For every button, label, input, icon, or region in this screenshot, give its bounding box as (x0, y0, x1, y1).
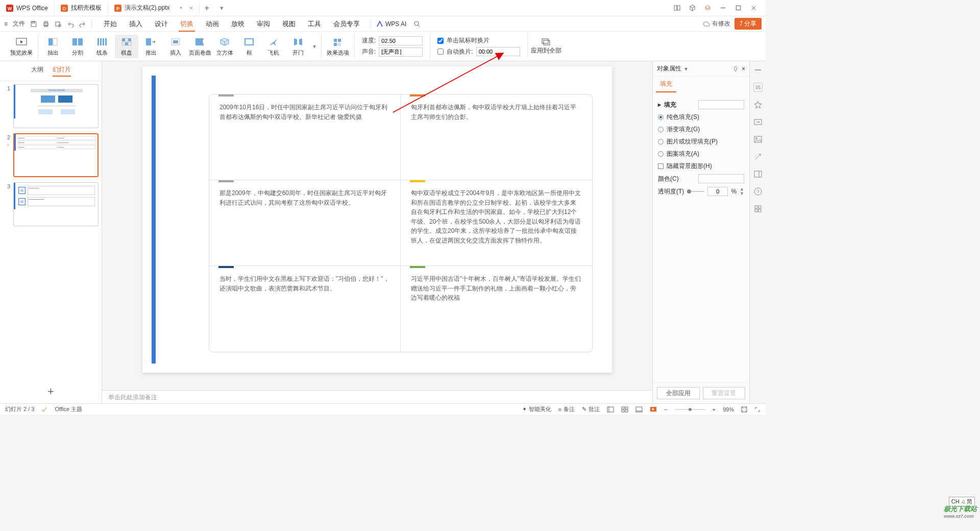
view-normal-icon[interactable] (607, 406, 614, 413)
menu-view[interactable]: 视图 (277, 17, 301, 31)
menu-review[interactable]: 审阅 (251, 17, 276, 31)
opacity-slider[interactable] (687, 191, 704, 192)
expand-icon[interactable] (754, 406, 761, 413)
preview-effect-button[interactable]: 预览效果 (8, 35, 35, 58)
auto-advance-time-input[interactable] (476, 47, 520, 56)
trans-lines[interactable]: 线条 (90, 35, 114, 58)
apply-all-bg-button[interactable]: 全部应用 (657, 387, 700, 399)
fill-gradient-option[interactable]: 渐变填充(G) (658, 125, 744, 134)
trans-door[interactable]: 开门 (286, 35, 310, 58)
search-icon[interactable] (413, 20, 421, 28)
trans-checker[interactable]: 棋盘 (115, 35, 138, 58)
tab-template[interactable]: D 找稻壳模板 (55, 1, 108, 15)
fill-preview[interactable] (698, 100, 744, 109)
view-slideshow-icon[interactable] (650, 406, 657, 413)
rail-arrow-icon[interactable] (753, 117, 763, 127)
rail-star-icon[interactable] (753, 100, 763, 109)
view-reading-icon[interactable] (635, 406, 643, 413)
share-button[interactable]: ⤴ 分享 (734, 18, 762, 30)
hide-bg-checkbox[interactable] (658, 163, 664, 169)
rail-image-icon[interactable] (753, 135, 763, 144)
slides-tab[interactable]: 幻灯片 (53, 65, 71, 77)
menu-start[interactable]: 开始 (98, 17, 122, 31)
thumbnail-2[interactable]: ▬▬▬▬▬▬▬▬▬▬▬▬▬▬▬▬▬▬▬▬▬▬▬▬▬▬▬ (13, 133, 99, 177)
tab-close-icon[interactable]: × (189, 4, 193, 12)
trans-split[interactable]: 分割 (66, 35, 89, 58)
file-menu[interactable]: 文件 (13, 19, 25, 28)
save-icon[interactable] (30, 20, 37, 28)
trans-pull[interactable]: 抽出 (41, 35, 65, 58)
tab-list-icon[interactable]: ▾ (214, 4, 229, 12)
zoom-in-icon[interactable]: + (713, 406, 716, 413)
fit-window-icon[interactable] (741, 406, 747, 413)
status-notes[interactable]: ≡ 备注 (558, 405, 575, 413)
fill-solid-option[interactable]: 纯色填充(S) (658, 113, 744, 122)
cell-5[interactable]: 当时，学生们用中文在黑板上写下欢迎语："习伯伯，您好！"，还演唱中文歌曲，表演芭… (209, 266, 401, 352)
menu-slideshow[interactable]: 放映 (226, 17, 250, 31)
minimize-icon[interactable] (720, 5, 735, 11)
rail-settings-icon[interactable] (753, 83, 763, 92)
status-spellcheck[interactable] (41, 406, 47, 413)
rpanel-tab-fill[interactable]: 填充 (656, 77, 676, 92)
menu-transition[interactable]: 切换 (175, 17, 199, 31)
status-comments[interactable]: ✎ 批注 (582, 405, 600, 413)
radio-pattern[interactable] (658, 151, 664, 157)
view-sorter-icon[interactable] (621, 406, 628, 413)
cell-4[interactable]: 匈中双语学校成立于2004年9月，是中东欧地区第一所使用中文和所在国语言教学的公… (401, 180, 592, 266)
print-preview-icon[interactable] (55, 20, 62, 28)
tab-add-button[interactable]: + (200, 4, 214, 13)
radio-gradient[interactable] (658, 127, 664, 132)
trans-cube[interactable]: 立方体 (213, 35, 236, 58)
reset-bg-button[interactable]: 重置背景 (703, 387, 746, 399)
chevron-down-icon[interactable]: ▾ (684, 65, 688, 73)
speed-input[interactable] (379, 36, 423, 45)
radio-picture[interactable] (658, 139, 664, 144)
effect-options-button[interactable]: 效果选项 (325, 35, 351, 58)
status-smart-beautify[interactable]: ✦智能美化 (522, 405, 551, 413)
apply-to-all-button[interactable]: 应用到全部 (531, 37, 561, 55)
auto-advance-checkbox[interactable] (437, 49, 444, 55)
tab-home[interactable]: W WPS Office (0, 1, 55, 15)
rail-magic-icon[interactable] (753, 152, 763, 161)
trans-insert[interactable]: 插入 (164, 35, 187, 58)
close-window-icon[interactable] (750, 5, 766, 11)
wps-ai-button[interactable]: WPS AI (376, 20, 406, 28)
menu-insert[interactable]: 插入 (124, 17, 148, 31)
outline-tab[interactable]: 大纲 (31, 65, 43, 77)
pending-changes[interactable]: 有修改 (703, 19, 730, 28)
stepper-icon[interactable]: ▲▼ (740, 187, 744, 196)
opacity-input[interactable] (707, 187, 728, 196)
rpanel-close-icon[interactable]: × (742, 65, 745, 73)
radio-solid[interactable] (658, 114, 664, 120)
cell-1[interactable]: 2009年10月16日，时任中国国家副主席习近平访问位于匈牙利首都布达佩斯的匈中… (209, 94, 401, 180)
menu-member[interactable]: 会员专享 (328, 17, 365, 31)
zoom-slider[interactable] (675, 407, 705, 412)
menu-animation[interactable]: 动画 (200, 17, 225, 31)
zoom-value[interactable]: 99% (723, 406, 734, 413)
menu-tools[interactable]: 工具 (302, 17, 327, 31)
sound-select[interactable] (379, 47, 423, 57)
avatar-icon[interactable] (704, 5, 720, 11)
tab-document[interactable]: P 演示文稿(2).pptx • × (108, 1, 200, 15)
thumbnail-1[interactable]: 请在此处添加标题 (13, 84, 99, 128)
app-menu-icon[interactable]: ≡ (4, 20, 8, 28)
trans-push[interactable]: 推出 (139, 35, 163, 58)
hide-bg-option[interactable]: 隐藏背景图形(H) (658, 162, 744, 171)
advance-on-click-checkbox[interactable] (437, 38, 444, 44)
cell-2[interactable]: 匈牙利首都布达佩斯，匈中双语学校大厅墙上始终挂着习近平主席与师生们的合影。 (401, 94, 592, 180)
slide-canvas[interactable]: 2009年10月16日，时任中国国家副主席习近平访问位于匈牙利首都布达佩斯的匈中… (142, 66, 612, 373)
notes-placeholder[interactable]: 单击此处添加备注 (102, 390, 652, 403)
fill-pattern-option[interactable]: 图案填充(A) (658, 150, 744, 158)
cell-6[interactable]: 习近平用中国古语"十年树木，百年树人"寄语学校发展。学生们赠送给习近平一件手工制… (401, 266, 592, 352)
box-icon[interactable] (689, 5, 704, 11)
zoom-out-icon[interactable]: − (664, 406, 667, 413)
fill-picture-option[interactable]: 图片或纹理填充(P) (658, 137, 744, 146)
window-snap-icon[interactable] (674, 5, 689, 11)
undo-icon[interactable] (67, 20, 74, 28)
menu-design[interactable]: 设计 (149, 17, 174, 31)
print-icon[interactable] (42, 20, 50, 28)
color-picker[interactable] (698, 174, 744, 183)
cell-3[interactable]: 那是2009年，中匈建交60周年，时任国家副主席习近平对匈牙利进行正式访问，其间… (209, 180, 401, 266)
rail-collapse-icon[interactable] (753, 65, 763, 75)
rail-panel-icon[interactable] (753, 170, 763, 179)
